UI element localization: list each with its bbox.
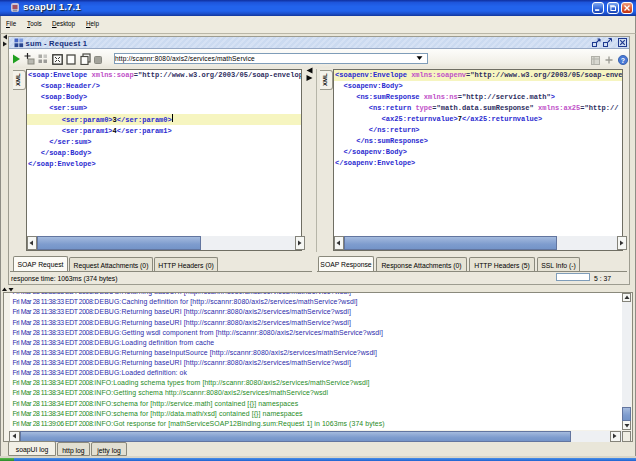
svg-text:?: ?	[621, 57, 625, 64]
